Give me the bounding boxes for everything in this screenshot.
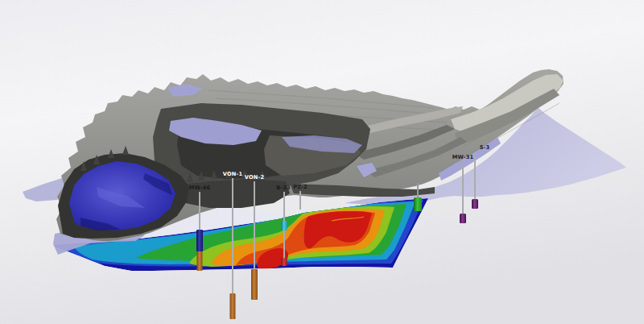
- well-casing-red: [282, 258, 287, 266]
- well-casing-purple: [460, 214, 466, 223]
- well-label: VON-2: [245, 174, 265, 181]
- well-casing-orange: [230, 293, 236, 319]
- well-label: MW-31: [452, 154, 474, 160]
- well-casing-green: [414, 197, 422, 211]
- well-casing-cyan: [282, 221, 287, 231]
- well-casing-orange: [251, 269, 258, 300]
- well-casing-purple: [472, 199, 478, 209]
- well-label: PZ-2: [293, 184, 308, 190]
- well-label: B-33: [276, 185, 291, 191]
- well-label: VON-1: [223, 171, 243, 177]
- well-label: S-3: [480, 144, 490, 151]
- well-label: MW-46: [189, 185, 211, 191]
- well-casing-orange: [197, 251, 203, 271]
- viewport-3d[interactable]: MW-46 VON-1 VON-2 B-33 PZ-2 MW-31: [0, 0, 644, 324]
- well-casing-navy: [196, 230, 203, 251]
